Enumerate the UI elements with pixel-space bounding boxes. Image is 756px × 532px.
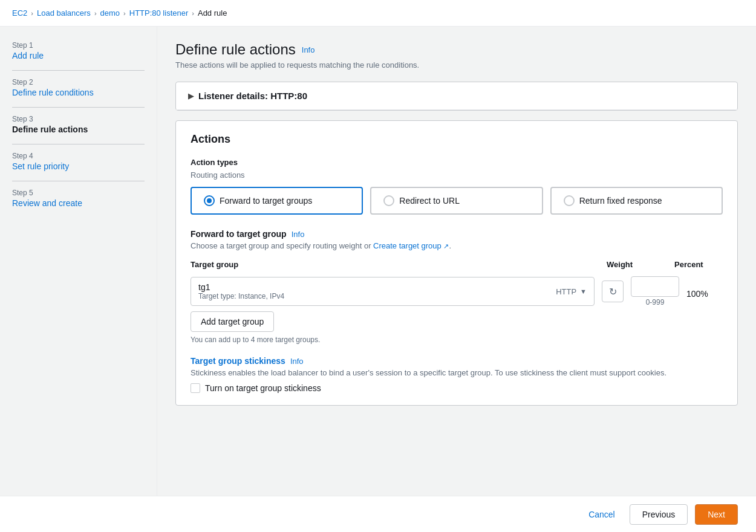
step-4-label: Step 4 bbox=[12, 152, 145, 160]
sidebar-item-priority[interactable]: Set rule priority bbox=[12, 161, 145, 171]
tg-col-header: Target group bbox=[191, 260, 565, 269]
routing-actions-label: Routing actions bbox=[191, 170, 723, 180]
sidebar-step-1: Step 1 Add rule bbox=[12, 41, 145, 60]
breadcrumb-current: Add rule bbox=[198, 8, 227, 18]
triangle-icon: ▶ bbox=[188, 92, 194, 100]
sidebar-step-2: Step 2 Define rule conditions bbox=[12, 78, 145, 97]
stickiness-section: Target group stickiness Info bbox=[191, 356, 723, 366]
sidebar-item-review[interactable]: Review and create bbox=[12, 198, 145, 208]
create-target-group-link[interactable]: Create target group ↗ bbox=[373, 241, 449, 250]
stickiness-checkbox[interactable] bbox=[191, 383, 200, 393]
page-subtitle: These actions will be applied to request… bbox=[175, 60, 738, 70]
listener-details-label: Listener details: HTTP:80 bbox=[198, 91, 307, 101]
divider-3 bbox=[12, 144, 145, 144]
tg-name: tg1 bbox=[198, 282, 284, 292]
weight-field-wrapper: 1 0-999 bbox=[631, 276, 679, 307]
step-1-label: Step 1 bbox=[12, 41, 145, 50]
tg-type: Target type: Instance, IPv4 bbox=[198, 292, 284, 300]
breadcrumb-sep-2: › bbox=[94, 10, 97, 17]
bottom-spacer bbox=[175, 406, 738, 448]
weight-input[interactable]: 1 bbox=[631, 276, 679, 297]
radio-redirect-circle bbox=[383, 195, 394, 206]
option-redirect[interactable]: Redirect to URL bbox=[370, 187, 543, 215]
dropdown-arrow-icon: ▼ bbox=[580, 288, 587, 295]
option-forward-label: Forward to target groups bbox=[220, 196, 312, 206]
main-content: Define rule actions Info These actions w… bbox=[157, 27, 756, 532]
option-forward[interactable]: Forward to target groups bbox=[191, 187, 363, 215]
actions-card: Actions Action types Routing actions For… bbox=[175, 120, 738, 406]
percent-value: 100% bbox=[686, 284, 723, 299]
page-layout: Step 1 Add rule Step 2 Define rule condi… bbox=[0, 27, 756, 532]
page-title: Define rule actions Info bbox=[175, 41, 738, 58]
sidebar-item-add-rule[interactable]: Add rule bbox=[12, 51, 145, 60]
forward-info-link[interactable]: Info bbox=[292, 230, 305, 239]
add-target-group-button[interactable]: Add target group bbox=[191, 311, 274, 332]
breadcrumb-load-balancers[interactable]: Load balancers bbox=[37, 8, 91, 18]
target-group-row: tg1 Target type: Instance, IPv4 HTTP ▼ ↻… bbox=[191, 276, 723, 307]
sidebar-item-conditions[interactable]: Define rule conditions bbox=[12, 88, 145, 97]
sidebar: Step 1 Add rule Step 2 Define rule condi… bbox=[0, 27, 157, 532]
previous-button[interactable]: Previous bbox=[630, 504, 688, 525]
divider-2 bbox=[12, 107, 145, 108]
target-group-select[interactable]: tg1 Target type: Instance, IPv4 HTTP ▼ bbox=[191, 277, 595, 306]
divider-1 bbox=[12, 70, 145, 71]
sidebar-step-4: Step 4 Set rule priority bbox=[12, 152, 145, 171]
cancel-button[interactable]: Cancel bbox=[581, 505, 622, 524]
bottom-bar: Cancel Previous Next bbox=[0, 496, 756, 532]
sidebar-step-3: Step 3 Define rule actions bbox=[12, 115, 145, 134]
listener-details-toggle[interactable]: ▶ Listener details: HTTP:80 bbox=[176, 82, 737, 110]
radio-fixed-circle bbox=[564, 195, 575, 206]
breadcrumb-sep-4: › bbox=[192, 10, 194, 17]
step-5-label: Step 5 bbox=[12, 189, 145, 197]
weight-range: 0-999 bbox=[646, 298, 665, 307]
option-fixed-label: Return fixed response bbox=[579, 196, 662, 206]
step-2-label: Step 2 bbox=[12, 78, 145, 86]
page-info-link[interactable]: Info bbox=[302, 45, 315, 54]
stickiness-title: Target group stickiness bbox=[191, 356, 285, 366]
refresh-button[interactable]: ↻ bbox=[602, 281, 624, 302]
breadcrumb: EC2 › Load balancers › demo › HTTP:80 li… bbox=[0, 0, 756, 27]
stickiness-checkbox-row: Turn on target group stickiness bbox=[191, 383, 723, 393]
tg-protocol: HTTP bbox=[556, 287, 576, 296]
percent-col-header: Percent bbox=[674, 260, 723, 269]
sidebar-step-5: Step 5 Review and create bbox=[12, 189, 145, 208]
next-button[interactable]: Next bbox=[695, 504, 738, 525]
forward-section: Forward to target group Info Choose a ta… bbox=[191, 229, 723, 393]
stickiness-info-link[interactable]: Info bbox=[290, 357, 304, 366]
tg-column-headers: Target group Weight Percent bbox=[191, 260, 723, 273]
step-3-label: Step 3 bbox=[12, 115, 145, 123]
action-types-label: Action types bbox=[191, 158, 723, 167]
option-fixed[interactable]: Return fixed response bbox=[550, 187, 723, 215]
option-redirect-label: Redirect to URL bbox=[399, 196, 460, 206]
divider-4 bbox=[12, 181, 145, 181]
forward-title: Forward to target group bbox=[191, 229, 287, 239]
forward-desc: Choose a target group and specify routin… bbox=[191, 241, 723, 250]
actions-title: Actions bbox=[191, 133, 723, 146]
routing-action-group: Forward to target groups Redirect to URL… bbox=[191, 187, 723, 215]
breadcrumb-listener[interactable]: HTTP:80 listener bbox=[129, 8, 189, 18]
breadcrumb-sep-3: › bbox=[123, 10, 126, 17]
sidebar-item-actions[interactable]: Define rule actions bbox=[12, 125, 145, 134]
listener-details-card: ▶ Listener details: HTTP:80 bbox=[175, 82, 738, 111]
breadcrumb-demo[interactable]: demo bbox=[100, 8, 120, 18]
weight-col-header: Weight bbox=[607, 260, 667, 269]
breadcrumb-ec2[interactable]: EC2 bbox=[12, 8, 27, 18]
add-tg-hint: You can add up to 4 more target groups. bbox=[191, 336, 723, 344]
radio-forward-circle bbox=[204, 195, 215, 206]
stickiness-desc: Stickiness enables the load balancer to … bbox=[191, 368, 723, 377]
stickiness-checkbox-label: Turn on target group stickiness bbox=[205, 383, 321, 393]
breadcrumb-sep-1: › bbox=[31, 10, 33, 17]
